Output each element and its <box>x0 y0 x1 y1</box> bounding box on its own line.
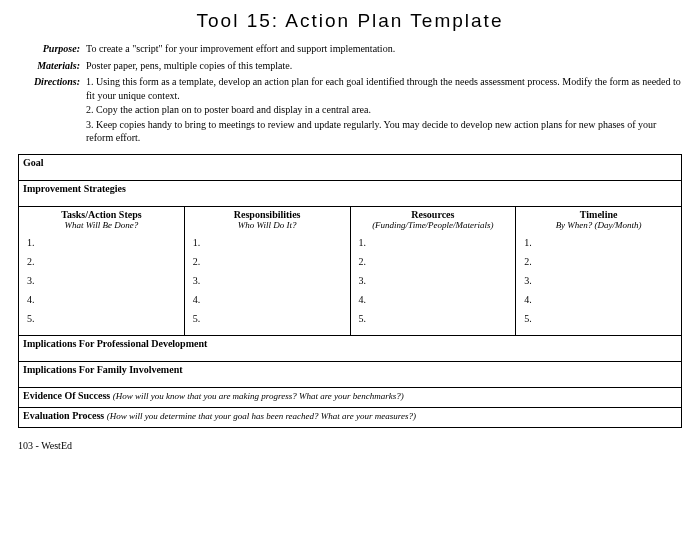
list-cell: 1. 2. 3. 4. 5. <box>350 232 516 336</box>
num: 1. <box>524 237 673 248</box>
direction-item: 3. Keep copies handy to bring to meeting… <box>86 118 682 145</box>
num: 2. <box>524 256 673 267</box>
col-sub: By When? (Day/Month) <box>520 220 677 230</box>
evidence-header: Evidence Of Success (How will you know t… <box>19 387 682 407</box>
col-head: Resources <box>355 209 512 220</box>
col-timeline: Timeline By When? (Day/Month) <box>516 206 682 232</box>
list-cell: 1. 2. 3. 4. 5. <box>184 232 350 336</box>
directions-list: 1. Using this form as a template, develo… <box>86 75 682 146</box>
action-plan-table: Goal Improvement Strategies Tasks/Action… <box>18 154 682 428</box>
purpose-row: Purpose: To create a "script" for your i… <box>18 42 682 56</box>
evidence-head-text: Evidence Of Success <box>23 390 110 401</box>
col-sub: What Will Be Done? <box>23 220 180 230</box>
col-head: Timeline <box>520 209 677 220</box>
col-sub: Who Will Do It? <box>189 220 346 230</box>
col-responsibilities: Responsibilities Who Will Do It? <box>184 206 350 232</box>
num: 5. <box>193 313 342 324</box>
evaluation-head-text: Evaluation Process <box>23 410 104 421</box>
num: 1. <box>359 237 508 248</box>
col-head: Responsibilities <box>189 209 346 220</box>
directions-label: Directions: <box>18 75 86 146</box>
col-sub: (Funding/Time/People/Materials) <box>355 220 512 230</box>
num: 2. <box>27 256 176 267</box>
num: 4. <box>27 294 176 305</box>
goal-header: Goal <box>19 154 682 180</box>
num: 3. <box>27 275 176 286</box>
num: 4. <box>193 294 342 305</box>
num: 1. <box>193 237 342 248</box>
num: 5. <box>359 313 508 324</box>
num: 4. <box>359 294 508 305</box>
implications-family-header: Implications For Family Involvement <box>19 361 682 387</box>
col-tasks: Tasks/Action Steps What Will Be Done? <box>19 206 185 232</box>
num: 5. <box>27 313 176 324</box>
num: 3. <box>359 275 508 286</box>
num: 4. <box>524 294 673 305</box>
list-cell: 1. 2. 3. 4. 5. <box>516 232 682 336</box>
page-title: Tool 15: Action Plan Template <box>18 10 682 32</box>
implications-pd-header: Implications For Professional Developmen… <box>19 335 682 361</box>
list-cell: 1. 2. 3. 4. 5. <box>19 232 185 336</box>
num: 5. <box>524 313 673 324</box>
directions-row: Directions: 1. Using this form as a temp… <box>18 75 682 146</box>
page-footer: 103 - WestEd <box>18 440 682 451</box>
evaluation-header: Evaluation Process (How will you determi… <box>19 407 682 427</box>
col-head: Tasks/Action Steps <box>23 209 180 220</box>
num: 2. <box>193 256 342 267</box>
num: 1. <box>27 237 176 248</box>
list-row: 1. 2. 3. 4. 5. 1. 2. 3. 4. 5. 1. 2. 3. 4… <box>19 232 682 336</box>
num: 3. <box>193 275 342 286</box>
materials-label: Materials: <box>18 59 86 73</box>
improvement-header: Improvement Strategies <box>19 180 682 206</box>
col-resources: Resources (Funding/Time/People/Materials… <box>350 206 516 232</box>
evidence-sub-text: (How will you know that you are making p… <box>113 391 404 401</box>
direction-item: 1. Using this form as a template, develo… <box>86 75 682 102</box>
purpose-text: To create a "script" for your improvemen… <box>86 42 682 56</box>
direction-item: 2. Copy the action plan on to poster boa… <box>86 103 682 117</box>
evaluation-sub-text: (How will you determine that your goal h… <box>107 411 416 421</box>
purpose-label: Purpose: <box>18 42 86 56</box>
materials-row: Materials: Poster paper, pens, multiple … <box>18 59 682 73</box>
materials-text: Poster paper, pens, multiple copies of t… <box>86 59 682 73</box>
num: 2. <box>359 256 508 267</box>
num: 3. <box>524 275 673 286</box>
column-headers: Tasks/Action Steps What Will Be Done? Re… <box>19 206 682 232</box>
